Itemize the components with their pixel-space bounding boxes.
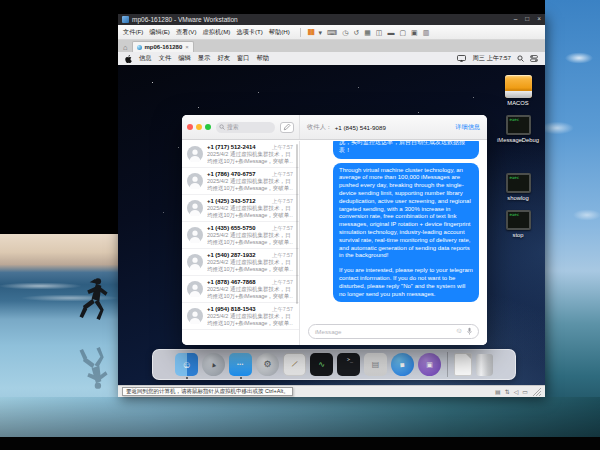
console-view-icon[interactable]: ▥ [423,29,430,36]
suspend-button[interactable]: ▮▮ [307,28,313,36]
emoji-icon[interactable]: ☺ [455,327,463,335]
document-dock-icon[interactable] [454,353,472,376]
search-input[interactable]: 搜索 [216,122,275,133]
dock: ☺ ▲ ••• ⚙ ∕ ∿ [152,349,516,380]
desktop-icon[interactable]: MACOS [505,75,532,106]
airplay-display-icon[interactable] [457,55,466,62]
conversation-time: 上午7:57 [270,225,293,232]
screen-sharing-dock-icon[interactable]: ▣ [418,353,441,376]
conversation-text: +1 (878) 467-7868 上午7:57 2025/4/2 通过虚拟机集… [207,279,293,302]
ctrl-alt-del-icon[interactable]: ⌨ [327,29,337,36]
macos-menu-item[interactable]: 信息 [139,54,152,63]
vmware-menu-item[interactable]: 帮助(H) [269,28,290,37]
input-placeholder: iMessage [315,328,451,335]
sound-status-icon[interactable]: ◁ [514,389,519,395]
snapshot-take-icon[interactable]: ◷ [342,29,348,36]
spotlight-search-icon[interactable] [517,55,524,62]
resize-grip[interactable] [533,388,541,396]
minimize-button[interactable]: – [514,16,518,23]
conversation-number: +1 (786) 470-6757 [207,171,256,177]
host-wallpaper-sky [545,0,600,437]
conversation-row[interactable]: +1 (425) 343-5712 上午7:57 2025/4/2 通过虚拟机集… [182,195,299,222]
dictation-mic-icon[interactable] [467,327,472,336]
terminal-dock-icon[interactable]: >_ [337,353,360,376]
details-link[interactable]: 详细信息 [455,123,480,132]
textedit-dock-icon[interactable]: ∕ [283,353,306,376]
conversation-number: +1 (540) 287-1932 [207,252,256,258]
snapshot-manager-icon[interactable]: ▦ [364,29,371,36]
message-log-icon[interactable]: ▭ [522,389,528,395]
conversation-number: +1 (878) 467-7868 [207,279,256,285]
zoom-window-button[interactable] [205,124,211,130]
vmware-menu-item[interactable]: 查看(V) [176,28,197,37]
desktop-icon[interactable]: exec showlog [506,173,531,201]
desktop-icon[interactable]: exec iMessageDebug [497,115,539,143]
unity-mode-icon[interactable]: ▣ [411,29,418,36]
vmware-menu-item[interactable]: 虚拟机(M) [203,28,231,37]
desktop-icons: MACOS exec iMessageDebug exec showlog ex… [497,66,539,238]
snapshot-revert-icon[interactable]: ↺ [353,29,359,36]
avatar-icon [187,200,203,216]
fullscreen-icon[interactable]: ▢ [399,29,406,36]
trash-dock-icon[interactable] [476,354,493,376]
harddisk-status-icon[interactable]: ▤ [495,389,501,395]
macos-menu-item[interactable]: 显示 [198,54,211,63]
macos-menu-item[interactable]: 编辑 [178,54,191,63]
thumbnail-bar-icon[interactable]: ▬ [387,29,394,36]
safari-dock-icon[interactable]: ◆ [391,353,414,376]
tab-close-icon[interactable]: × [185,44,189,50]
conversation-row[interactable]: +1 (435) 655-5750 上午7:57 2025/4/2 通过虚拟机集… [182,222,299,249]
vmware-menu-item[interactable]: 文件(F) [123,28,143,37]
compose-button[interactable] [280,122,294,133]
installer-dock-icon[interactable]: ▤ [364,353,387,376]
messages-dock-icon[interactable]: ••• [229,353,252,376]
control-center-icon[interactable] [530,55,538,62]
imessage-window: 搜索 收件人： +1 (845) 541-9089 详细信息 [182,115,487,345]
close-button[interactable]: × [537,16,541,23]
vm-tab[interactable]: mp06-161280 × [132,41,194,52]
maximize-button[interactable]: □ [525,16,529,23]
conversation-number: +1 (954) 818-1543 [207,306,256,312]
runner-reflection [75,333,115,391]
desktop-icon-label: stop [513,232,524,238]
desktop-icon[interactable]: exec stop [506,210,531,238]
desktop-icon-label: MACOS [507,100,528,106]
launchpad-dock-icon[interactable]: ▲ [202,353,225,376]
vmware-menu-item[interactable]: 编辑(E) [149,28,170,37]
conversation-row[interactable]: +1 (954) 818-1543 上午7:57 2025/4/2 通过虚拟机集… [182,303,299,330]
close-window-button[interactable] [187,124,193,130]
finder-dock-icon[interactable]: ☺ [175,353,198,376]
activity-monitor-dock-icon[interactable]: ∿ [310,353,333,376]
system-preferences-dock-icon[interactable]: ⚙ [256,353,279,376]
macos-menu-item[interactable]: 文件 [159,54,172,63]
minimize-window-button[interactable] [196,124,202,130]
avatar-icon [187,308,203,324]
conversation-row[interactable]: +1 (717) 512-2414 上午7:57 2025/4/2 通过虚拟机集… [182,141,299,168]
suspend-dropdown[interactable]: ▾ [319,29,323,36]
conversation-row[interactable]: +1 (540) 287-1932 上午7:57 2025/4/2 通过虚拟机集… [182,249,299,276]
message-input[interactable]: iMessage ☺ [308,324,479,339]
network-status-icon[interactable]: ⇅ [505,389,510,395]
apple-logo-icon[interactable] [125,55,132,63]
macos-menu-item[interactable]: 窗口 [237,54,250,63]
thread-header: 收件人： +1 (845) 541-9089 详细信息 [300,115,487,139]
list-scrollbar[interactable] [296,144,298,304]
avatar-icon [187,281,203,297]
dock-divider[interactable] [447,352,448,377]
vmware-menu-item[interactable]: 选项卡(T) [236,28,262,37]
conversation-text: +1 (954) 818-1543 上午7:57 2025/4/2 通过虚拟机集… [207,306,293,329]
conversation-time: 上午7:57 [270,144,293,151]
conversation-row[interactable]: +1 (786) 470-6757 上午7:57 2025/4/2 通过虚拟机集… [182,168,299,195]
macos-menu-item[interactable]: 帮助 [257,54,270,63]
vmware-tabbar: ⌂ mp06-161280 × [118,40,545,52]
desktop-icon-art [505,75,532,98]
macos-menu-item[interactable]: 好友 [217,54,230,63]
window-controls: –□× [514,16,541,23]
conversation-text: +1 (717) 512-2414 上午7:57 2025/4/2 通过虚拟机集… [207,144,293,167]
menubar-clock[interactable]: 周三 上午7:57 [472,54,511,63]
message-input-bar: iMessage ☺ [300,317,487,345]
home-tab-icon[interactable]: ⌂ [123,44,128,52]
conversation-row[interactable]: +1 (878) 467-7868 上午7:57 2025/4/2 通过虚拟机集… [182,276,299,303]
library-panel-icon[interactable]: ◫ [376,29,383,36]
sent-message-bubble: Through virtual machine cluster technolo… [333,163,479,303]
